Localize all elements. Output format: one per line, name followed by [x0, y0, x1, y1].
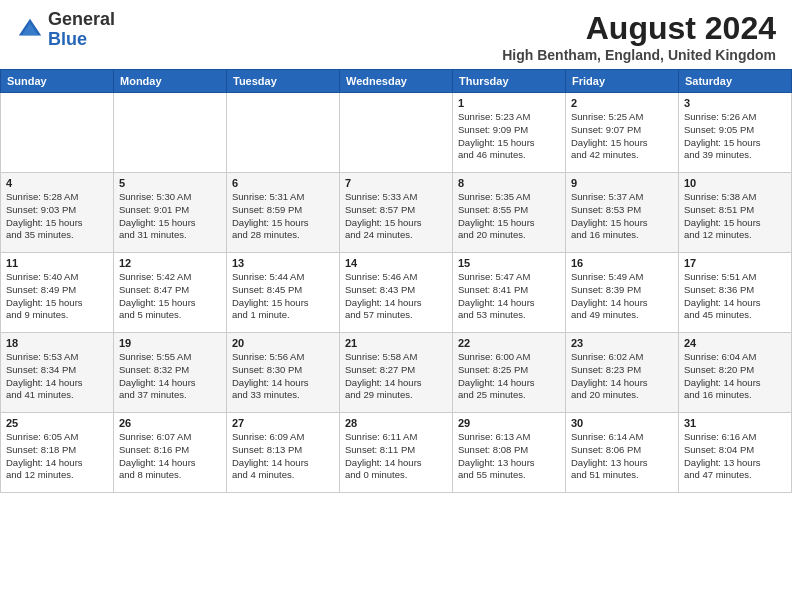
calendar-cell: 30Sunrise: 6:14 AM Sunset: 8:06 PM Dayli…: [566, 413, 679, 493]
day-number: 11: [6, 257, 108, 269]
day-number: 16: [571, 257, 673, 269]
day-info: Sunrise: 5:31 AM Sunset: 8:59 PM Dayligh…: [232, 191, 334, 242]
day-number: 10: [684, 177, 786, 189]
calendar-cell: 21Sunrise: 5:58 AM Sunset: 8:27 PM Dayli…: [340, 333, 453, 413]
day-of-week-header: Sunday: [1, 70, 114, 93]
calendar-cell: [114, 93, 227, 173]
day-of-week-header: Tuesday: [227, 70, 340, 93]
day-info: Sunrise: 6:07 AM Sunset: 8:16 PM Dayligh…: [119, 431, 221, 482]
day-info: Sunrise: 5:56 AM Sunset: 8:30 PM Dayligh…: [232, 351, 334, 402]
day-info: Sunrise: 5:26 AM Sunset: 9:05 PM Dayligh…: [684, 111, 786, 162]
day-info: Sunrise: 5:23 AM Sunset: 9:09 PM Dayligh…: [458, 111, 560, 162]
day-of-week-header: Saturday: [679, 70, 792, 93]
calendar-week-row: 18Sunrise: 5:53 AM Sunset: 8:34 PM Dayli…: [1, 333, 792, 413]
day-number: 24: [684, 337, 786, 349]
day-info: Sunrise: 5:42 AM Sunset: 8:47 PM Dayligh…: [119, 271, 221, 322]
day-number: 30: [571, 417, 673, 429]
day-number: 14: [345, 257, 447, 269]
day-info: Sunrise: 6:09 AM Sunset: 8:13 PM Dayligh…: [232, 431, 334, 482]
day-number: 25: [6, 417, 108, 429]
day-number: 29: [458, 417, 560, 429]
day-number: 26: [119, 417, 221, 429]
day-number: 2: [571, 97, 673, 109]
day-number: 9: [571, 177, 673, 189]
calendar-cell: 24Sunrise: 6:04 AM Sunset: 8:20 PM Dayli…: [679, 333, 792, 413]
calendar-cell: 18Sunrise: 5:53 AM Sunset: 8:34 PM Dayli…: [1, 333, 114, 413]
day-of-week-header: Monday: [114, 70, 227, 93]
location-subtitle: High Bentham, England, United Kingdom: [502, 47, 776, 63]
calendar-cell: 16Sunrise: 5:49 AM Sunset: 8:39 PM Dayli…: [566, 253, 679, 333]
calendar-cell: 4Sunrise: 5:28 AM Sunset: 9:03 PM Daylig…: [1, 173, 114, 253]
day-info: Sunrise: 6:04 AM Sunset: 8:20 PM Dayligh…: [684, 351, 786, 402]
day-number: 27: [232, 417, 334, 429]
day-number: 28: [345, 417, 447, 429]
calendar-cell: 15Sunrise: 5:47 AM Sunset: 8:41 PM Dayli…: [453, 253, 566, 333]
calendar-header-row: SundayMondayTuesdayWednesdayThursdayFrid…: [1, 70, 792, 93]
day-number: 13: [232, 257, 334, 269]
day-number: 17: [684, 257, 786, 269]
calendar-cell: 23Sunrise: 6:02 AM Sunset: 8:23 PM Dayli…: [566, 333, 679, 413]
day-info: Sunrise: 6:13 AM Sunset: 8:08 PM Dayligh…: [458, 431, 560, 482]
calendar-cell: 6Sunrise: 5:31 AM Sunset: 8:59 PM Daylig…: [227, 173, 340, 253]
calendar-cell: 10Sunrise: 5:38 AM Sunset: 8:51 PM Dayli…: [679, 173, 792, 253]
day-info: Sunrise: 5:28 AM Sunset: 9:03 PM Dayligh…: [6, 191, 108, 242]
day-number: 23: [571, 337, 673, 349]
day-info: Sunrise: 6:16 AM Sunset: 8:04 PM Dayligh…: [684, 431, 786, 482]
day-info: Sunrise: 5:51 AM Sunset: 8:36 PM Dayligh…: [684, 271, 786, 322]
day-number: 4: [6, 177, 108, 189]
day-number: 20: [232, 337, 334, 349]
logo-blue-text: Blue: [48, 29, 87, 49]
calendar-cell: [340, 93, 453, 173]
day-number: 7: [345, 177, 447, 189]
day-info: Sunrise: 5:37 AM Sunset: 8:53 PM Dayligh…: [571, 191, 673, 242]
day-number: 12: [119, 257, 221, 269]
day-info: Sunrise: 6:00 AM Sunset: 8:25 PM Dayligh…: [458, 351, 560, 402]
logo-general-text: General: [48, 9, 115, 29]
day-number: 1: [458, 97, 560, 109]
day-info: Sunrise: 5:44 AM Sunset: 8:45 PM Dayligh…: [232, 271, 334, 322]
logo: General Blue: [16, 10, 115, 50]
month-year-title: August 2024: [502, 10, 776, 47]
day-info: Sunrise: 5:53 AM Sunset: 8:34 PM Dayligh…: [6, 351, 108, 402]
calendar-cell: 20Sunrise: 5:56 AM Sunset: 8:30 PM Dayli…: [227, 333, 340, 413]
calendar-cell: 12Sunrise: 5:42 AM Sunset: 8:47 PM Dayli…: [114, 253, 227, 333]
calendar-cell: 29Sunrise: 6:13 AM Sunset: 8:08 PM Dayli…: [453, 413, 566, 493]
calendar-cell: [1, 93, 114, 173]
calendar-cell: 25Sunrise: 6:05 AM Sunset: 8:18 PM Dayli…: [1, 413, 114, 493]
day-number: 19: [119, 337, 221, 349]
day-number: 3: [684, 97, 786, 109]
day-of-week-header: Wednesday: [340, 70, 453, 93]
page-header: General Blue August 2024 High Bentham, E…: [0, 0, 792, 69]
day-info: Sunrise: 6:14 AM Sunset: 8:06 PM Dayligh…: [571, 431, 673, 482]
calendar-cell: 9Sunrise: 5:37 AM Sunset: 8:53 PM Daylig…: [566, 173, 679, 253]
day-of-week-header: Thursday: [453, 70, 566, 93]
day-info: Sunrise: 5:49 AM Sunset: 8:39 PM Dayligh…: [571, 271, 673, 322]
day-info: Sunrise: 6:05 AM Sunset: 8:18 PM Dayligh…: [6, 431, 108, 482]
calendar-cell: 2Sunrise: 5:25 AM Sunset: 9:07 PM Daylig…: [566, 93, 679, 173]
day-info: Sunrise: 5:58 AM Sunset: 8:27 PM Dayligh…: [345, 351, 447, 402]
calendar-cell: 3Sunrise: 5:26 AM Sunset: 9:05 PM Daylig…: [679, 93, 792, 173]
calendar-cell: 8Sunrise: 5:35 AM Sunset: 8:55 PM Daylig…: [453, 173, 566, 253]
title-block: August 2024 High Bentham, England, Unite…: [502, 10, 776, 63]
calendar-week-row: 25Sunrise: 6:05 AM Sunset: 8:18 PM Dayli…: [1, 413, 792, 493]
day-info: Sunrise: 5:30 AM Sunset: 9:01 PM Dayligh…: [119, 191, 221, 242]
day-info: Sunrise: 5:47 AM Sunset: 8:41 PM Dayligh…: [458, 271, 560, 322]
calendar-cell: 17Sunrise: 5:51 AM Sunset: 8:36 PM Dayli…: [679, 253, 792, 333]
calendar-cell: 28Sunrise: 6:11 AM Sunset: 8:11 PM Dayli…: [340, 413, 453, 493]
calendar-week-row: 4Sunrise: 5:28 AM Sunset: 9:03 PM Daylig…: [1, 173, 792, 253]
calendar-cell: 19Sunrise: 5:55 AM Sunset: 8:32 PM Dayli…: [114, 333, 227, 413]
day-info: Sunrise: 6:11 AM Sunset: 8:11 PM Dayligh…: [345, 431, 447, 482]
day-number: 6: [232, 177, 334, 189]
day-info: Sunrise: 5:33 AM Sunset: 8:57 PM Dayligh…: [345, 191, 447, 242]
calendar-table: SundayMondayTuesdayWednesdayThursdayFrid…: [0, 69, 792, 493]
day-info: Sunrise: 5:25 AM Sunset: 9:07 PM Dayligh…: [571, 111, 673, 162]
calendar-week-row: 11Sunrise: 5:40 AM Sunset: 8:49 PM Dayli…: [1, 253, 792, 333]
calendar-cell: 1Sunrise: 5:23 AM Sunset: 9:09 PM Daylig…: [453, 93, 566, 173]
logo-icon: [16, 16, 44, 44]
calendar-cell: 31Sunrise: 6:16 AM Sunset: 8:04 PM Dayli…: [679, 413, 792, 493]
day-info: Sunrise: 6:02 AM Sunset: 8:23 PM Dayligh…: [571, 351, 673, 402]
calendar-cell: 14Sunrise: 5:46 AM Sunset: 8:43 PM Dayli…: [340, 253, 453, 333]
day-number: 8: [458, 177, 560, 189]
day-number: 21: [345, 337, 447, 349]
day-number: 15: [458, 257, 560, 269]
